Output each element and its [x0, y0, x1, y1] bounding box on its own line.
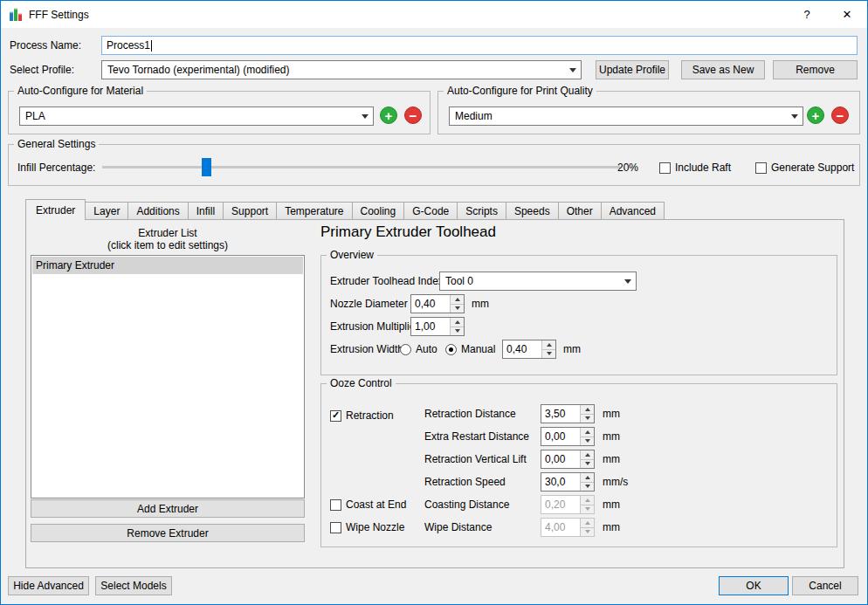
spin-up-icon[interactable]	[581, 473, 594, 483]
infill-percentage-value: 20%	[617, 158, 638, 177]
extra-restart-distance-value[interactable]: 0,00	[541, 428, 580, 445]
nozzle-diameter-value[interactable]: 0,40	[411, 295, 450, 313]
add-material-button[interactable]: +	[380, 107, 397, 124]
toolhead-index-select[interactable]: Tool 0	[439, 272, 637, 291]
profile-select[interactable]: Tevo Tornado (experimental) (modified)	[101, 60, 582, 79]
spin-down-icon[interactable]	[581, 415, 594, 423]
retraction-vertical-lift-spinner[interactable]: 0,00	[541, 450, 595, 469]
extrusion-multiplier-spinner[interactable]: 1,00	[410, 317, 465, 336]
nozzle-diameter-label: Nozzle Diameter	[330, 294, 408, 313]
generate-support-checkbox[interactable]: Generate Support	[755, 158, 854, 177]
quality-select[interactable]: Medium	[449, 107, 803, 126]
wipe-distance-value: 4,00	[541, 519, 580, 536]
tab-scripts[interactable]: Scripts	[457, 202, 506, 220]
remove-quality-button[interactable]: −	[831, 107, 849, 124]
spin-up-icon[interactable]	[581, 405, 594, 415]
tab-temperature[interactable]: Temperature	[276, 202, 352, 220]
hide-advanced-button[interactable]: Hide Advanced	[8, 576, 89, 595]
infill-percentage-label: Infill Percentage:	[17, 158, 95, 177]
help-button[interactable]: ?	[787, 1, 827, 28]
include-raft-label: Include Raft	[675, 162, 731, 174]
extrusion-width-spinner[interactable]: 0,40	[502, 340, 556, 359]
spin-up-icon[interactable]	[451, 318, 464, 327]
update-profile-button[interactable]: Update Profile	[596, 60, 669, 79]
ok-button[interactable]: OK	[719, 576, 789, 595]
add-extruder-button[interactable]: Add Extruder	[31, 499, 305, 518]
extrusion-multiplier-label: Extrusion Multiplier	[330, 317, 418, 336]
spin-down-icon[interactable]	[451, 327, 464, 336]
extrusion-multiplier-value[interactable]: 1,00	[411, 318, 450, 335]
chevron-down-icon	[569, 68, 576, 72]
process-name-label: Process Name:	[10, 36, 81, 55]
remove-extruder-button[interactable]: Remove Extruder	[31, 524, 305, 542]
remove-material-button[interactable]: −	[404, 107, 422, 124]
chevron-down-icon	[624, 279, 631, 284]
extrusion-width-value[interactable]: 0,40	[503, 340, 541, 358]
tab-layer[interactable]: Layer	[85, 202, 128, 220]
spin-down-icon[interactable]	[451, 305, 464, 313]
nozzle-diameter-unit: mm	[472, 294, 489, 313]
spin-down-icon	[581, 505, 594, 514]
add-quality-button[interactable]: +	[807, 107, 824, 124]
general-settings-group: General Settings Infill Percentage: 20% …	[8, 144, 860, 186]
process-name-input[interactable]: Process1	[101, 36, 858, 55]
quality-value: Medium	[455, 110, 786, 122]
chevron-down-icon	[362, 114, 369, 119]
profile-value: Tevo Tornado (experimental) (modified)	[107, 64, 564, 76]
remove-profile-button[interactable]: Remove	[773, 60, 858, 79]
spin-down-icon[interactable]	[542, 350, 555, 359]
list-item[interactable]: Primary Extruder	[32, 257, 303, 274]
app-icon	[9, 8, 23, 22]
spin-up-icon[interactable]	[581, 428, 594, 437]
include-raft-checkbox[interactable]: Include Raft	[659, 158, 731, 177]
text-caret	[151, 40, 152, 52]
nozzle-diameter-spinner[interactable]: 0,40	[410, 294, 465, 313]
chevron-down-icon	[791, 114, 798, 119]
close-button[interactable]: ✕	[827, 1, 867, 28]
tab-advanced[interactable]: Advanced	[601, 202, 665, 220]
spin-down-icon[interactable]	[581, 437, 594, 446]
wipe-nozzle-checkbox[interactable]: Wipe Nozzle	[330, 518, 404, 537]
select-models-button[interactable]: Select Models	[95, 576, 172, 595]
save-as-new-button[interactable]: Save as New	[681, 60, 765, 79]
cancel-button[interactable]: Cancel	[792, 576, 858, 595]
spin-down-icon[interactable]	[581, 483, 594, 492]
material-select[interactable]: PLA	[19, 107, 374, 126]
tab-gcode[interactable]: G-Code	[403, 202, 458, 220]
extrusion-width-auto-radio[interactable]: Auto	[400, 340, 437, 359]
infill-percentage-slider[interactable]	[102, 158, 620, 176]
tab-other[interactable]: Other	[558, 202, 602, 220]
material-value: PLA	[25, 110, 356, 122]
spin-down-icon	[581, 528, 594, 537]
retraction-speed-spinner[interactable]: 30,0	[541, 472, 595, 492]
wipe-distance-label: Wipe Distance	[424, 518, 492, 537]
retraction-vertical-lift-value[interactable]: 0,00	[541, 450, 580, 468]
spin-up-icon[interactable]	[451, 295, 464, 305]
spin-down-icon[interactable]	[581, 460, 594, 469]
fff-settings-window: FFF Settings ? ✕ Process Name: Process1 …	[0, 0, 868, 605]
tab-speeds[interactable]: Speeds	[506, 202, 559, 220]
retraction-distance-spinner[interactable]: 3,50	[541, 404, 595, 423]
tab-infill[interactable]: Infill	[188, 202, 224, 220]
extrusion-width-manual-radio[interactable]: Manual	[445, 340, 495, 359]
extra-restart-distance-spinner[interactable]: 0,00	[541, 427, 595, 446]
spinner-buttons	[580, 496, 594, 513]
spin-up-icon[interactable]	[542, 340, 555, 350]
tab-support[interactable]: Support	[223, 202, 277, 220]
extruder-list-title: Extruder List	[31, 227, 305, 239]
coasting-distance-label: Coasting Distance	[424, 495, 509, 514]
retraction-speed-label: Retraction Speed	[424, 472, 506, 492]
tab-extruder[interactable]: Extruder	[25, 199, 86, 220]
extruder-listbox[interactable]: Primary Extruder	[31, 255, 305, 498]
tab-cooling[interactable]: Cooling	[352, 202, 405, 220]
tab-additions[interactable]: Additions	[127, 202, 188, 220]
spin-up-icon[interactable]	[581, 450, 594, 460]
slider-thumb[interactable]	[202, 158, 211, 176]
retraction-vertical-lift-unit: mm	[603, 450, 620, 469]
retraction-checkbox[interactable]: ✓ Retraction	[330, 406, 394, 425]
auto-configure-material-title: Auto-Configure for Material	[14, 85, 147, 97]
ooze-control-group-title: Ooze Control	[327, 377, 396, 389]
retraction-distance-value[interactable]: 3,50	[541, 405, 580, 423]
coast-at-end-checkbox[interactable]: Coast at End	[330, 495, 406, 514]
retraction-speed-value[interactable]: 30,0	[541, 473, 580, 491]
